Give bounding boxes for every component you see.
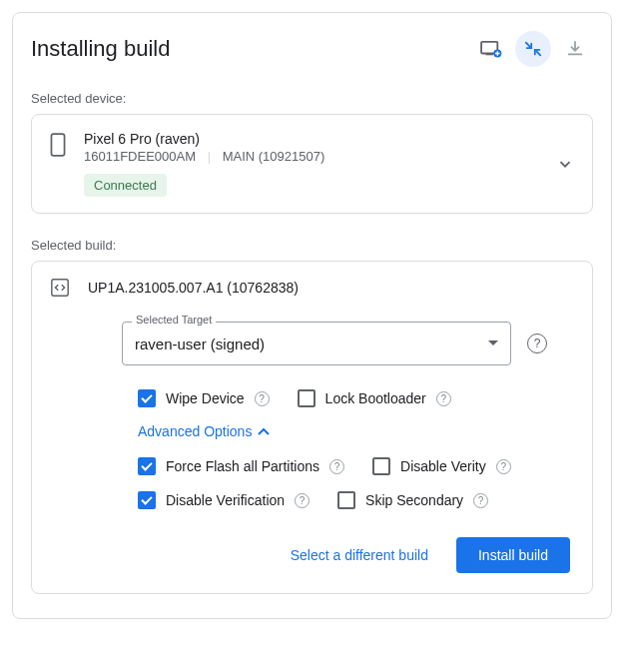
target-select[interactable]: raven-user (signed) (122, 322, 511, 365)
skip-secondary-checkbox[interactable] (337, 491, 355, 509)
download-icon (566, 40, 584, 58)
options-row-1: Wipe Device ? Lock Bootloader ? (138, 389, 574, 407)
selected-device-label: Selected device: (31, 91, 593, 106)
phone-icon (50, 133, 66, 157)
skip-secondary-label: Skip Secondary (365, 492, 463, 508)
force-flash-help-icon[interactable]: ? (329, 459, 344, 474)
device-add-icon (480, 40, 502, 58)
lock-bootloader-option: Lock Bootloader ? (298, 389, 451, 407)
device-card[interactable]: Pixel 6 Pro (raven) 16011FDEE000AM | MAI… (31, 114, 593, 214)
chevron-down-icon[interactable] (556, 155, 574, 173)
options-row-3: Disable Verification ? Skip Secondary ? (138, 491, 574, 509)
verification-help-icon[interactable]: ? (295, 493, 310, 508)
dropdown-icon (488, 340, 498, 346)
panel-header: Installing build (31, 31, 593, 67)
build-icon (50, 278, 70, 298)
disable-verification-option: Disable Verification ? (138, 491, 310, 509)
disable-verity-option: Disable Verity ? (372, 457, 511, 475)
install-build-button[interactable]: Install build (456, 537, 570, 573)
divider: | (208, 149, 211, 164)
select-different-build-button[interactable]: Select a different build (279, 537, 440, 573)
device-meta: 16011FDEE000AM | MAIN (10921507) (84, 149, 538, 164)
advanced-options-toggle[interactable]: Advanced Options (138, 423, 574, 439)
build-header: UP1A.231005.007.A1 (10762838) (50, 278, 574, 298)
target-value: raven-user (signed) (135, 336, 265, 352)
collapse-button[interactable] (515, 31, 551, 67)
actions-row: Select a different build Install build (50, 537, 574, 573)
selected-build-label: Selected build: (31, 238, 593, 253)
disable-verification-checkbox[interactable] (138, 491, 156, 509)
wipe-device-checkbox[interactable] (138, 389, 156, 407)
install-panel: Installing build (12, 12, 612, 619)
force-flash-label: Force Flash all Partitions (166, 458, 319, 474)
target-select-wrap: Selected Target raven-user (signed) (122, 322, 511, 365)
disable-verification-label: Disable Verification (166, 492, 285, 508)
disable-verity-checkbox[interactable] (372, 457, 390, 475)
disable-verity-label: Disable Verity (400, 458, 486, 474)
device-serial: 16011FDEE000AM (84, 149, 196, 164)
force-flash-option: Force Flash all Partitions ? (138, 457, 344, 475)
wipe-device-label: Wipe Device (166, 390, 245, 406)
lock-bootloader-checkbox[interactable] (298, 389, 315, 407)
wipe-help-icon[interactable]: ? (255, 391, 270, 406)
target-help-icon[interactable]: ? (527, 334, 547, 353)
force-flash-checkbox[interactable] (138, 457, 156, 475)
options-block: Wipe Device ? Lock Bootloader ? Advanced… (50, 389, 574, 509)
svg-rect-1 (486, 54, 493, 56)
collapse-icon (524, 40, 542, 58)
status-badge: Connected (84, 174, 167, 197)
target-select-label: Selected Target (132, 314, 216, 326)
svg-rect-4 (52, 280, 68, 296)
secondary-help-icon[interactable]: ? (473, 493, 488, 508)
download-button[interactable] (557, 31, 593, 67)
lock-bootloader-label: Lock Bootloader (325, 390, 426, 406)
device-info: Pixel 6 Pro (raven) 16011FDEE000AM | MAI… (84, 131, 538, 197)
build-title: UP1A.231005.007.A1 (10762838) (88, 280, 299, 296)
options-row-2: Force Flash all Partitions ? Disable Ver… (138, 457, 574, 475)
device-name: Pixel 6 Pro (raven) (84, 131, 538, 147)
advanced-options-label: Advanced Options (138, 423, 252, 439)
build-card: UP1A.231005.007.A1 (10762838) Selected T… (31, 261, 593, 594)
lock-help-icon[interactable]: ? (436, 391, 451, 406)
device-branch: MAIN (10921507) (223, 149, 325, 164)
verity-help-icon[interactable]: ? (496, 459, 511, 474)
chevron-up-icon (258, 427, 270, 435)
target-row: Selected Target raven-user (signed) ? (50, 322, 574, 365)
svg-rect-3 (51, 134, 64, 156)
header-actions (473, 31, 593, 67)
page-title: Installing build (31, 36, 170, 62)
add-device-button[interactable] (473, 31, 509, 67)
wipe-device-option: Wipe Device ? (138, 389, 270, 407)
skip-secondary-option: Skip Secondary ? (337, 491, 488, 509)
